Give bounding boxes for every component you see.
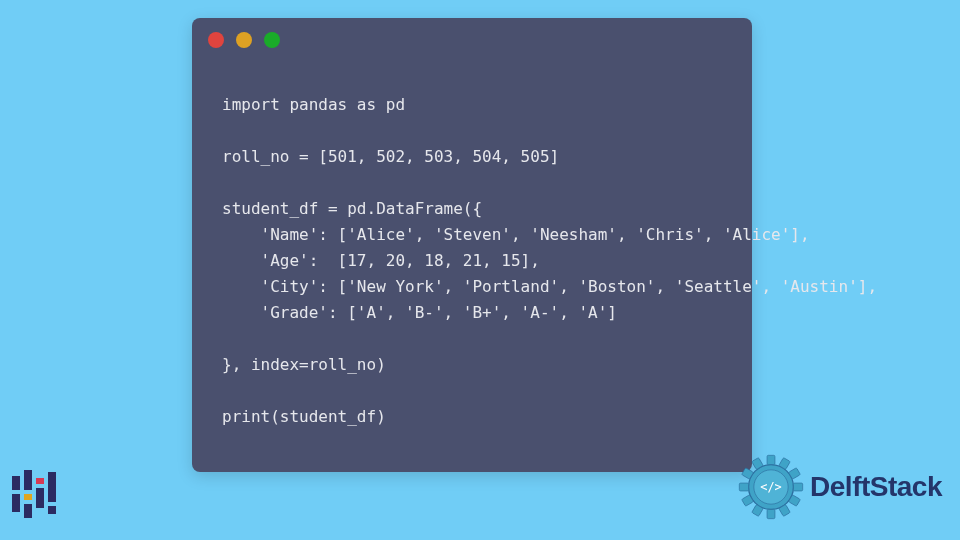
code-line: import pandas as pd (222, 95, 405, 114)
brand-name: DelftStack (810, 471, 942, 503)
brand-logo: </> DelftStack (738, 454, 942, 520)
code-line: student_df = pd.DataFrame({ (222, 199, 482, 218)
svg-rect-7 (48, 472, 56, 502)
code-line: 'Grade': ['A', 'B-', 'B+', 'A-', 'A'] (222, 303, 617, 322)
svg-rect-13 (794, 483, 803, 491)
svg-rect-19 (739, 483, 748, 491)
svg-rect-4 (24, 504, 32, 518)
maximize-icon[interactable] (264, 32, 280, 48)
code-line: 'Name': ['Alice', 'Steven', 'Neesham', '… (222, 225, 810, 244)
code-block: import pandas as pd roll_no = [501, 502,… (222, 92, 732, 430)
bars-logo-icon (12, 470, 56, 518)
svg-rect-5 (36, 478, 44, 484)
svg-rect-3 (24, 494, 32, 500)
svg-rect-0 (12, 476, 20, 490)
page-background: import pandas as pd roll_no = [501, 502,… (0, 0, 960, 540)
window-controls (208, 32, 280, 48)
svg-rect-16 (767, 509, 775, 518)
code-line: }, index=roll_no) (222, 355, 386, 374)
code-line: 'Age': [17, 20, 18, 21, 15], (222, 251, 540, 270)
svg-text:</>: </> (760, 480, 781, 494)
svg-rect-1 (12, 494, 20, 512)
svg-rect-2 (24, 470, 32, 490)
minimize-icon[interactable] (236, 32, 252, 48)
code-window: import pandas as pd roll_no = [501, 502,… (192, 18, 752, 472)
code-line: print(student_df) (222, 407, 386, 426)
close-icon[interactable] (208, 32, 224, 48)
code-line: 'City': ['New York', 'Portland', 'Boston… (222, 277, 877, 296)
gear-icon: </> (738, 454, 804, 520)
svg-rect-6 (36, 488, 44, 508)
svg-rect-10 (767, 455, 775, 464)
svg-rect-8 (48, 506, 56, 514)
code-line: roll_no = [501, 502, 503, 504, 505] (222, 147, 559, 166)
